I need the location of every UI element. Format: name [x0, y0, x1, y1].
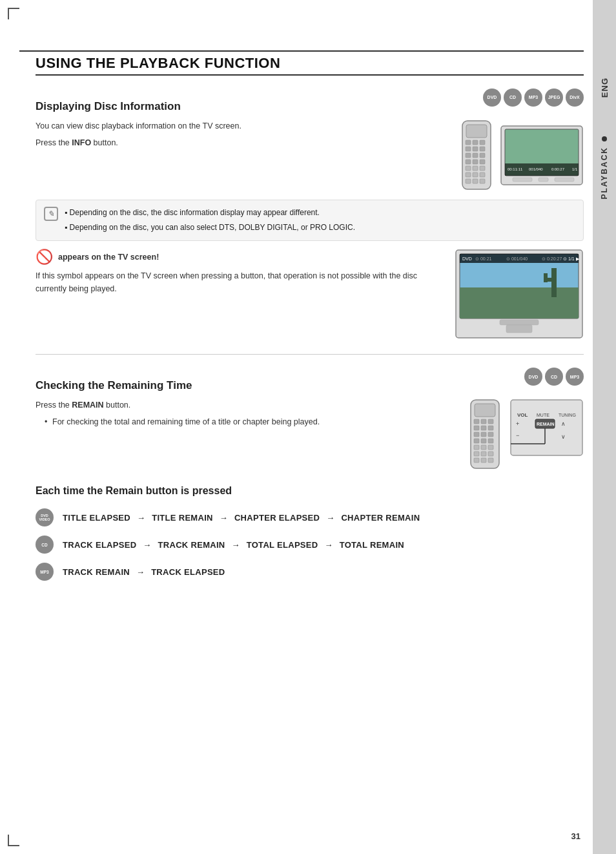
arrow2: → [220, 513, 231, 523]
sidebar-lang: ENG [600, 78, 610, 98]
checking-bullets: For checking the total and remaining tim… [45, 415, 455, 428]
note-bullet2: ▪ Depending on the disc, you can also se… [65, 222, 355, 234]
svg-rect-3 [473, 140, 478, 145]
svg-rect-12 [473, 160, 478, 164]
svg-rect-65 [474, 452, 479, 456]
checking-remote [466, 399, 504, 470]
prohibited-section: 🚫 appears on the TV screen! If this symb… [36, 249, 584, 341]
checking-text: Press the REMAIN button. For checking th… [36, 399, 455, 428]
page-title: USING THE PLAYBACK FUNCTION [36, 55, 584, 72]
corner-mark-bl [8, 835, 19, 846]
svg-rect-46 [500, 320, 539, 325]
checking-images: VOL + − MUTE REMAIN TUNING ∧ ∨ [466, 399, 584, 470]
svg-text:∨: ∨ [561, 433, 566, 440]
flow-row-cd: CD TRACK ELAPSED → TRACK REMAIN → TOTAL … [36, 536, 584, 554]
svg-text:TUNING: TUNING [559, 413, 576, 417]
svg-rect-49 [475, 404, 495, 417]
checking-disc-cd: CD [545, 368, 563, 386]
right-sidebar: ENG PLAYBACK [593, 0, 616, 854]
svg-rect-32 [555, 178, 574, 182]
flow-disc-dvd: DVDVIDEO [36, 508, 54, 526]
svg-rect-16 [480, 166, 485, 171]
remote-image [457, 120, 496, 191]
svg-text:+: + [516, 421, 519, 427]
displaying-header-row: Displaying Disc Information DVD CD MP3 J… [36, 89, 584, 120]
svg-rect-8 [466, 153, 471, 158]
each-time-heading: Each time the Remain button is pressed [36, 485, 584, 497]
svg-rect-70 [488, 458, 493, 463]
svg-rect-64 [488, 445, 493, 450]
flow-disc-mp3: MP3 [36, 563, 54, 581]
svg-text:⊙ 0:20:27: ⊙ 0:20:27 [542, 256, 562, 261]
note-box: ✎ ▪ Depending on the disc, the disc info… [36, 200, 584, 241]
svg-rect-63 [481, 445, 486, 450]
svg-text:⊙ 1/1 ▶: ⊙ 1/1 ▶ [563, 256, 580, 261]
page-number: 31 [571, 831, 580, 841]
mp3-arrow1: → [136, 567, 147, 577]
arrow3: → [326, 513, 337, 523]
svg-rect-39 [553, 281, 557, 290]
svg-rect-50 [474, 419, 479, 424]
svg-text:⊙ 00:21: ⊙ 00:21 [475, 256, 492, 261]
svg-rect-69 [481, 458, 486, 463]
svg-rect-17 [466, 172, 471, 177]
svg-text:VOL: VOL [517, 412, 528, 418]
svg-text:MUTE: MUTE [537, 413, 549, 417]
svg-rect-62 [474, 445, 479, 450]
prohibited-symbol: 🚫 [36, 249, 53, 266]
svg-rect-22 [480, 179, 485, 183]
note-icon: ✎ [44, 207, 58, 221]
checking-body1: Press the REMAIN button. [36, 399, 455, 411]
disc-icon-jpeg: JPEG [545, 89, 563, 107]
svg-rect-59 [474, 439, 479, 443]
svg-rect-14 [466, 166, 471, 171]
svg-rect-20 [466, 179, 471, 183]
svg-rect-15 [473, 166, 478, 171]
svg-rect-52 [488, 419, 493, 424]
svg-rect-38 [544, 273, 548, 282]
prohibited-tv-image: DVD ⊙ 00:21 ⊙ 001/040 ⊙ 0:20:27 ⊙ 1/1 ▶ [455, 249, 584, 339]
mp3-track-elapsed-label: TRACK ELAPSED [151, 567, 225, 577]
flow-row-dvd: DVDVIDEO TITLE ELAPSED → TITLE REMAIN → … [36, 508, 584, 526]
flow-row-mp3: MP3 TRACK REMAIN → TRACK ELAPSED [36, 563, 584, 581]
svg-rect-31 [539, 178, 548, 182]
svg-rect-2 [466, 140, 471, 145]
checking-header-row: Checking the Remaining Time DVD CD MP3 [36, 368, 584, 399]
disc-icon-dvd: DVD [483, 89, 501, 107]
svg-rect-9 [473, 153, 478, 158]
chapter-elapsed-label: CHAPTER ELAPSED [234, 513, 320, 523]
svg-rect-1 [466, 125, 487, 138]
remain-bold: REMAIN [72, 401, 103, 410]
svg-rect-5 [466, 147, 471, 151]
svg-rect-54 [481, 426, 486, 430]
svg-rect-11 [466, 160, 471, 164]
svg-rect-13 [480, 160, 485, 164]
cd-arrow2: → [231, 540, 242, 550]
svg-rect-10 [480, 153, 485, 158]
title-underline [36, 74, 584, 76]
cd-arrow3: → [324, 540, 335, 550]
svg-rect-55 [488, 426, 493, 430]
disc-icon-divx: DivX [566, 89, 584, 107]
svg-rect-4 [480, 140, 485, 145]
svg-rect-60 [481, 439, 486, 443]
sidebar-section-label: PLAYBACK [600, 147, 609, 200]
arrow1: → [137, 513, 148, 523]
main-content: USING THE PLAYBACK FUNCTION Displaying D… [36, 55, 584, 616]
note-content: ▪ Depending on the disc, the disc inform… [65, 207, 355, 234]
mp3-track-remain-label: TRACK REMAIN [63, 567, 130, 577]
total-remain-label: TOTAL REMAIN [340, 540, 404, 550]
svg-rect-6 [473, 147, 478, 151]
chapter-remain-label: CHAPTER REMAIN [341, 513, 420, 523]
svg-rect-58 [488, 432, 493, 437]
checking-bullet1: For checking the total and remaining tim… [45, 415, 455, 428]
svg-rect-66 [481, 452, 486, 456]
top-line [19, 50, 584, 52]
svg-rect-19 [480, 172, 485, 177]
prohibited-row: 🚫 appears on the TV screen! If this symb… [36, 249, 584, 341]
disc-icon-mp3: MP3 [524, 89, 542, 107]
note-bullet1: ▪ Depending on the disc, the disc inform… [65, 207, 355, 219]
svg-text:REMAIN: REMAIN [537, 422, 555, 426]
flow-text-dvd: TITLE ELAPSED → TITLE REMAIN → CHAPTER E… [63, 513, 420, 523]
prohibited-header: 🚫 appears on the TV screen! [36, 249, 442, 266]
